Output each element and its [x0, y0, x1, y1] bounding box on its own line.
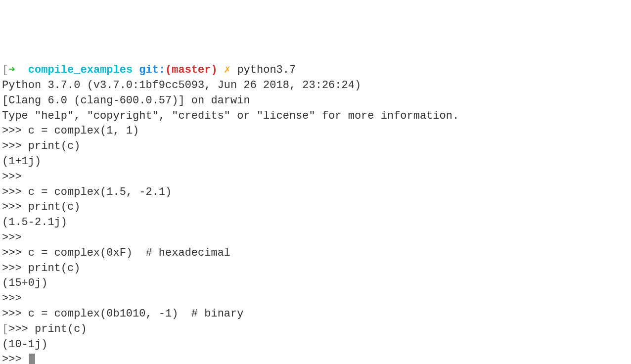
repl-content: >>> print(c) — [8, 323, 87, 335]
output-line: (1+1j) — [2, 154, 629, 170]
bracket-open: [ — [2, 64, 8, 76]
git-label: git — [139, 64, 159, 76]
repl-line: >>> — [2, 230, 629, 246]
cursor-icon — [29, 354, 35, 364]
output-line: Python 3.7.0 (v3.7.0:1bf9cc5093, Jun 26 … — [2, 78, 629, 93]
cwd-path: compile_examples — [28, 64, 133, 76]
paren-close: ) — [211, 64, 218, 76]
terminal-output[interactable]: [➜ compile_examples git:(master) ✗ pytho… — [2, 63, 629, 364]
output-line: (15+0j) — [2, 276, 629, 291]
output-line: (10-1j) — [2, 337, 629, 353]
output-line: [Clang 6.0 (clang-600.0.57)] on darwin — [2, 93, 629, 109]
output-line: Type "help", "copyright", "credits" or "… — [2, 109, 629, 124]
repl-line: >>> c = complex(0xF) # hexadecimal — [2, 246, 629, 261]
repl-line: >>> c = complex(1, 1) — [2, 124, 629, 139]
git-branch: master — [172, 64, 211, 76]
git-colon: : — [159, 64, 165, 76]
repl-line-bracketed: [>>> print(c) — [2, 322, 629, 337]
repl-line: >>> c = complex(1.5, -2.1) — [2, 185, 629, 200]
repl-line: >>> print(c) — [2, 200, 629, 215]
repl-line: >>> — [2, 170, 629, 185]
repl-prompt-active[interactable]: >>> — [2, 352, 629, 364]
command-entered: python3.7 — [237, 64, 296, 76]
repl-line: >>> print(c) — [2, 139, 629, 154]
paren-open: ( — [165, 64, 172, 76]
repl-line: >>> — [2, 291, 629, 307]
arrow-icon: ➜ — [8, 64, 15, 76]
repl-line: >>> c = complex(0b1010, -1) # binary — [2, 307, 629, 322]
bracket-open: [ — [2, 323, 8, 335]
output-line: (1.5-2.1j) — [2, 215, 629, 230]
git-dirty-icon: ✗ — [224, 64, 230, 76]
shell-prompt-line: [➜ compile_examples git:(master) ✗ pytho… — [2, 63, 629, 78]
repl-line: >>> print(c) — [2, 261, 629, 276]
repl-prompt-text: >>> — [2, 353, 28, 364]
